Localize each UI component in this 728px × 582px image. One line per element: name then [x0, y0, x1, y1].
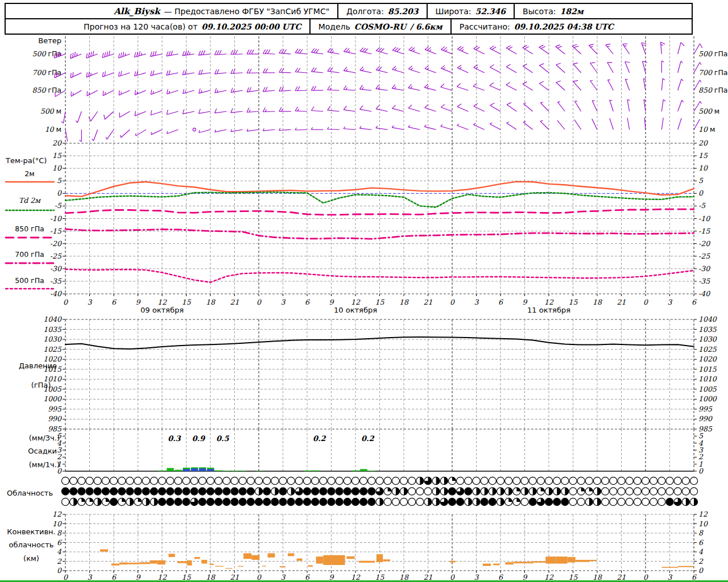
hour-tick-label: 0: [450, 298, 455, 306]
wind-barb-half-feather: [441, 124, 442, 126]
cloud-cover-fill: [368, 498, 375, 505]
cloud-cover-fill: [304, 498, 311, 505]
convective-cloud-box: [288, 553, 294, 556]
cloud-cover-fill: [368, 488, 375, 494]
cloud-cover-symbol: [513, 477, 520, 484]
convective-cloud-box: [678, 566, 694, 567]
wind-barb-feather: [557, 46, 562, 48]
legend-entry-label: 2м: [24, 169, 34, 178]
cloud-cover-fill: [159, 498, 166, 505]
wind-barb-feather: [151, 110, 152, 115]
convective-cloud-box: [323, 555, 332, 565]
wind-barb-feather: [661, 42, 665, 44]
wind-barb-feather: [215, 109, 217, 113]
wind-barb-shaft: [557, 102, 565, 111]
convective-cloud-box: [514, 562, 533, 563]
wind-barb-feather: [457, 46, 461, 49]
wind-barb-shaft: [661, 78, 663, 90]
wind-barb-shaft: [661, 42, 662, 54]
wind-barb-shaft: [71, 73, 81, 78]
wind-barb-shaft: [150, 54, 162, 56]
convective-tick-right: 0: [698, 566, 704, 575]
date-label: 09 октября: [140, 306, 184, 314]
wind-barb-feather: [344, 85, 346, 89]
cloud-cover-fill: [404, 488, 408, 495]
wind-barb-shaft: [103, 90, 114, 95]
wind-barb-shaft: [592, 119, 597, 130]
wind-barb-shaft: [424, 127, 436, 130]
longitude-cell: Долгота: 85.203: [338, 4, 426, 18]
wind-barb-feather: [590, 63, 595, 63]
cloud-cover-fill: [436, 477, 440, 484]
cloud-cover-fill: [62, 488, 69, 494]
wind-barb-feather: [135, 111, 135, 115]
convective-tick-right: 6: [698, 538, 704, 547]
hour-tick-label-bottom: 6: [692, 573, 697, 581]
wind-barb-feather: [105, 71, 105, 76]
cloudiness-panel: Облачность: [7, 477, 698, 505]
convective-cloud-box: [316, 556, 324, 563]
date-label: 11 октября: [527, 306, 570, 314]
wind-barb-shaft: [473, 86, 485, 90]
latitude-cell: Широта: 52.346: [428, 4, 514, 18]
wind-barb-half-feather: [443, 68, 445, 69]
wind-barb-feather: [119, 90, 119, 95]
cloud-cover-symbol: [118, 477, 126, 484]
pressure-tick-left: 990: [48, 414, 62, 423]
wind-barb-half-feather: [408, 125, 410, 127]
cloud-cover-fill: [344, 498, 351, 505]
cloud-cover-fill: [388, 488, 392, 492]
wind-barb-half-feather: [460, 67, 462, 69]
temp-tick-left: 20: [52, 139, 62, 147]
cloud-cover-symbol: [682, 477, 689, 484]
cloud-cover-fill: [199, 488, 206, 494]
wind-barb-shaft: [231, 54, 243, 55]
cloud-cover-symbol: [473, 477, 480, 484]
hour-tick-label-bottom: 6: [111, 573, 117, 581]
wind-barb-feather: [328, 106, 330, 110]
cloud-cover-symbol: [183, 477, 190, 484]
wind-barb-shaft: [295, 53, 307, 54]
cloud-cover-symbol: [320, 477, 327, 484]
convective-cloud-box: [226, 568, 232, 568]
wind-barb-feather: [121, 52, 121, 57]
wind-barb-shaft: [473, 124, 484, 130]
model-cell: Модель COSMO-RU / 6.6км: [311, 19, 450, 34]
pressure-tick-right: 995: [698, 405, 713, 413]
wind-barb-feather: [441, 65, 445, 68]
date-label: 10 октября: [334, 306, 377, 314]
wind-barb-feather: [231, 69, 233, 74]
pressure-tick-right: 990: [698, 414, 713, 423]
wind-barb-feather: [167, 89, 168, 94]
cloud-cover-symbol: [408, 488, 416, 495]
hour-tick-label: 3: [88, 298, 93, 306]
cloud-cover-fill: [553, 498, 560, 505]
wind-barb-feather: [103, 91, 104, 95]
cloud-cover-symbol: [602, 477, 609, 484]
wind-barb-feather: [282, 68, 284, 72]
temp-tick-left: -25: [50, 252, 62, 260]
wind-barb-feather: [408, 105, 412, 108]
cloud-cover-symbol: [642, 498, 649, 505]
cloud-cover-fill: [449, 488, 456, 494]
wind-barb-feather: [360, 106, 363, 110]
wind-barb-half-feather: [282, 109, 283, 111]
wind-barb-shaft: [376, 128, 388, 130]
cloudiness-title: Облачность: [7, 489, 53, 497]
wind-barb-shaft: [589, 45, 597, 54]
wind-barb-shaft: [457, 87, 468, 90]
cloud-cover-fill: [199, 498, 206, 505]
precip-amount-label: 0.9: [192, 434, 206, 443]
precip-label-1h: (мм/1ч.): [29, 460, 60, 469]
cloud-cover-symbol: [602, 498, 609, 505]
convective-tick-right: 4: [698, 547, 704, 556]
hour-tick-label-bottom: 15: [182, 573, 192, 581]
convective-cloud-box: [139, 562, 150, 564]
cloud-cover-fill: [183, 488, 189, 494]
wind-barb-feather: [311, 86, 313, 90]
hour-tick-label: 0: [257, 298, 262, 306]
wind-barb-shaft: [247, 73, 259, 73]
cloud-cover-symbol: [618, 498, 625, 505]
cloud-cover-fill: [271, 498, 278, 505]
cloud-cover-fill: [312, 488, 318, 494]
